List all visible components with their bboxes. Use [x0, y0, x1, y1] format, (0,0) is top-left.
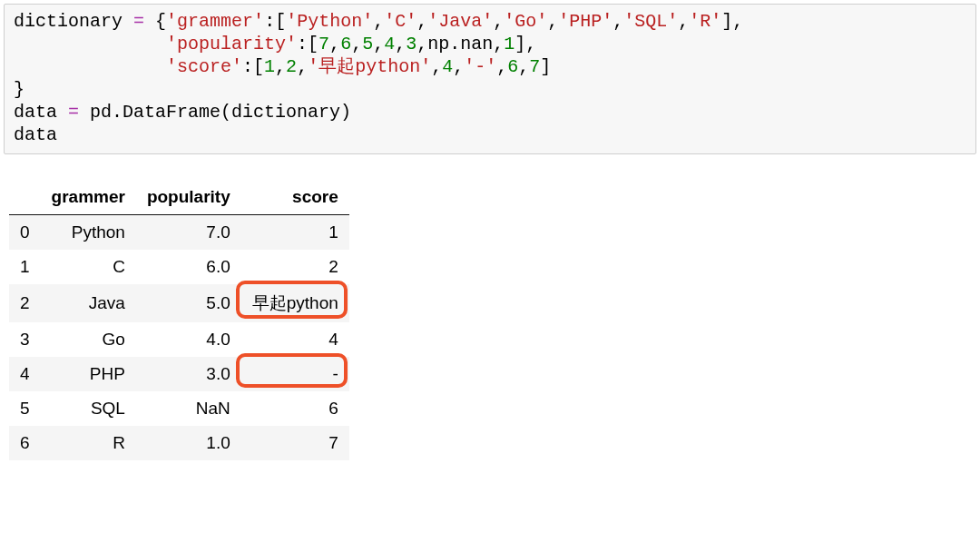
table-row: 3Go4.04 [9, 322, 349, 357]
code-token: , [678, 11, 689, 32]
code-token: 'Python' [286, 11, 373, 32]
table-row: 0Python7.01 [9, 215, 349, 251]
code-token: [ [253, 56, 264, 77]
code-token: 'SQL' [623, 11, 678, 32]
code-token: , [518, 56, 529, 77]
cell-grammer: Go [41, 322, 136, 357]
code-token: , [416, 11, 427, 32]
code-token: = [68, 102, 79, 123]
code-token: 'grammer' [166, 11, 264, 32]
code-token: : [264, 11, 275, 32]
cell-popularity: 7.0 [136, 215, 241, 251]
cell-popularity: 5.0 [136, 284, 241, 322]
code-token: , [351, 34, 362, 54]
row-index: 6 [9, 426, 41, 460]
code-token: data [14, 124, 57, 145]
code-token: 6 [340, 34, 351, 54]
code-token: { [155, 11, 166, 32]
code-token: 'R' [689, 11, 721, 32]
code-token: '-' [464, 56, 496, 77]
row-index: 1 [9, 250, 41, 284]
table-row: 2Java5.0早起python [9, 284, 349, 322]
code-token: , [373, 11, 384, 32]
code-token: 6 [507, 56, 518, 77]
cell-popularity: 1.0 [136, 426, 241, 460]
table-row: 5SQLNaN6 [9, 391, 349, 426]
code-token: ] [540, 56, 551, 77]
cell-popularity: 3.0 [136, 357, 241, 391]
table-row: 1C6.02 [9, 250, 349, 284]
column-header: grammer [41, 180, 136, 215]
cell-score: 1 [241, 215, 349, 251]
code-token: , [431, 56, 442, 77]
code-token: : [242, 56, 253, 77]
code-token: 4 [442, 56, 453, 77]
cell-score: 2 [241, 250, 349, 284]
cell-popularity: 4.0 [136, 322, 241, 357]
table-row: 6R1.07 [9, 426, 349, 460]
code-token: , [547, 11, 558, 32]
code-token: 'Java' [427, 11, 493, 32]
code-token: } [14, 79, 24, 100]
cell-grammer: Python [41, 215, 136, 251]
code-token: 'Go' [504, 11, 547, 32]
cell-score: 6 [241, 391, 349, 426]
cell-score: 7 [241, 426, 349, 460]
code-token: 2 [286, 56, 297, 77]
cell-grammer: Java [41, 284, 136, 322]
code-token: 'score' [166, 56, 242, 77]
code-token: 4 [384, 34, 395, 54]
code-token: ], [721, 11, 743, 32]
code-token: , [373, 34, 384, 54]
column-header: score [241, 180, 349, 215]
code-token: , [297, 56, 308, 77]
code-token: , [453, 56, 464, 77]
row-index: 5 [9, 391, 41, 426]
code-token: pd.DataFrame(dictionary) [90, 102, 351, 123]
row-index: 4 [9, 357, 41, 391]
code-token: ], [514, 34, 536, 54]
row-index: 3 [9, 322, 41, 357]
code-token: dictionary [14, 11, 122, 32]
cell-grammer: SQL [41, 391, 136, 426]
cell-popularity: 6.0 [136, 250, 241, 284]
code-token: np.nan [427, 34, 493, 54]
code-token: = [133, 11, 144, 32]
code-token: , [493, 11, 504, 32]
cell-grammer: R [41, 426, 136, 460]
code-token: 7 [529, 56, 540, 77]
cell-score: 4 [241, 322, 349, 357]
code-token: 5 [362, 34, 373, 54]
code-token: [ [275, 11, 286, 32]
code-token: , [612, 11, 623, 32]
cell-score: 早起python [241, 284, 349, 322]
code-cell[interactable]: dictionary = {'grammer':['Python','C','J… [4, 4, 976, 154]
code-token: 7 [318, 34, 329, 54]
row-index: 0 [9, 215, 41, 251]
cell-popularity: NaN [136, 391, 241, 426]
code-token: , [395, 34, 406, 54]
column-header: popularity [136, 180, 241, 215]
code-token: 3 [406, 34, 416, 54]
code-token: [ [308, 34, 318, 54]
code-token: 1 [264, 56, 275, 77]
cell-grammer: PHP [41, 357, 136, 391]
code-token: 1 [504, 34, 514, 54]
index-header [9, 180, 41, 215]
row-index: 2 [9, 284, 41, 322]
cell-grammer: C [41, 250, 136, 284]
code-token: , [329, 34, 340, 54]
code-token: '早起python' [308, 56, 431, 77]
output-area: grammerpopularityscore 0Python7.011C6.02… [4, 180, 976, 460]
dataframe-table: grammerpopularityscore 0Python7.011C6.02… [9, 180, 349, 460]
code-token: , [416, 34, 427, 54]
code-token: , [493, 34, 504, 54]
cell-score: - [241, 357, 349, 391]
code-token: 'popularity' [166, 34, 297, 54]
code-token: 'C' [384, 11, 416, 32]
code-token: , [275, 56, 286, 77]
table-row: 4PHP3.0- [9, 357, 349, 391]
code-token: : [297, 34, 308, 54]
code-token: data [14, 102, 57, 123]
code-token: 'PHP' [558, 11, 612, 32]
